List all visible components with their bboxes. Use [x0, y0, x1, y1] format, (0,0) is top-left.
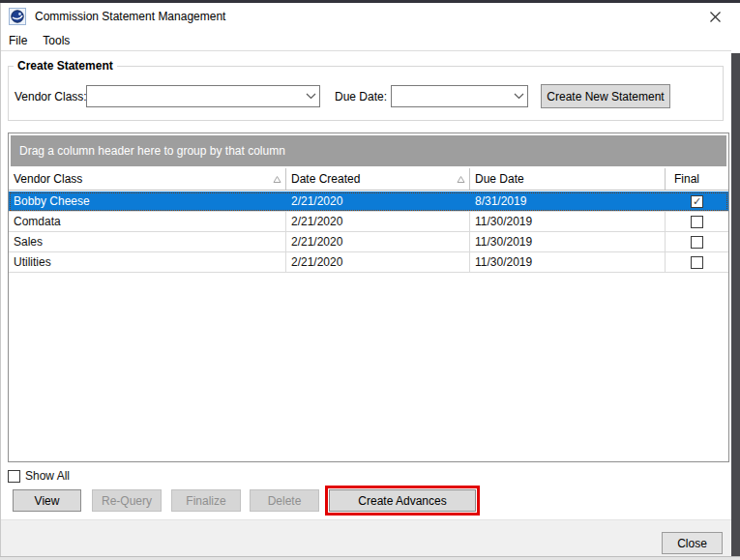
create-advances-button[interactable]: Create Advances [329, 489, 476, 512]
action-buttons: ViewRe-QueryFinalizeDeleteCreate Advance… [0, 489, 731, 513]
finalize-button: Finalize [171, 489, 241, 512]
menu-tools[interactable]: Tools [35, 31, 77, 50]
due-date-label: Due Date: [335, 90, 387, 103]
window-title: Commission Statement Management [35, 10, 225, 23]
chevron-down-icon [510, 93, 527, 100]
table-row[interactable]: Bobby Cheese 2/21/2020 8/31/2019 [9, 192, 728, 212]
vendor-class-label: Vendor Class: [15, 90, 87, 103]
sort-ascending-icon [273, 175, 281, 184]
sort-ascending-icon [457, 175, 465, 184]
cell-due-date[interactable]: 11/30/2019 [470, 232, 666, 251]
delete-button: Delete [250, 489, 319, 512]
column-label: Vendor Class [14, 172, 82, 186]
final-checkbox[interactable] [691, 195, 703, 208]
vendor-class-combobox[interactable] [86, 85, 320, 107]
table-row[interactable]: Sales 2/21/2020 11/30/2019 [9, 232, 728, 252]
show-all-control: Show All [8, 469, 70, 483]
view-button[interactable]: View [13, 489, 81, 512]
group-legend: Create Statement [14, 59, 117, 73]
cell-due-date[interactable]: 8/31/2019 [470, 192, 666, 211]
close-window-button[interactable] [704, 7, 725, 26]
due-date-combobox[interactable] [391, 85, 528, 107]
column-header-due-date[interactable]: Due Date [470, 168, 666, 190]
column-label: Due Date [475, 172, 524, 186]
final-checkbox[interactable] [691, 236, 703, 249]
table-row[interactable]: Utilities 2/21/2020 11/30/2019 [9, 252, 728, 273]
cell-final[interactable] [666, 212, 728, 231]
cell-final[interactable] [666, 232, 728, 251]
table-row[interactable]: Comdata 2/21/2020 11/30/2019 [9, 212, 728, 232]
cell-date-created[interactable]: 2/21/2020 [286, 212, 470, 231]
show-all-checkbox[interactable] [8, 470, 20, 483]
cell-final[interactable] [666, 252, 728, 272]
column-label: Final [674, 172, 699, 186]
show-all-label: Show All [25, 469, 70, 483]
cell-final[interactable] [666, 192, 728, 211]
cell-date-created[interactable]: 2/21/2020 [286, 192, 470, 211]
cell-due-date[interactable]: 11/30/2019 [470, 252, 666, 272]
cell-date-created[interactable]: 2/21/2020 [286, 252, 470, 272]
background-window-bottom [0, 556, 740, 560]
column-header-date-created[interactable]: Date Created [286, 168, 470, 190]
create-statement-group: Create Statement Vendor Class: Due Date:… [8, 66, 724, 121]
cell-vendor-class[interactable]: Sales [9, 232, 286, 251]
cell-vendor-class[interactable]: Bobby Cheese [9, 192, 286, 211]
final-checkbox[interactable] [691, 256, 703, 269]
column-header-final[interactable]: Final [666, 168, 728, 190]
final-checkbox[interactable] [691, 216, 703, 228]
statements-grid: Drag a column header here to group by th… [8, 133, 729, 462]
menu-bar: FileTools [1, 30, 731, 51]
column-label: Date Created [291, 172, 360, 186]
create-new-statement-button[interactable]: Create New Statement [541, 84, 670, 108]
chevron-down-icon [302, 93, 319, 100]
title-bar: Commission Statement Management [1, 3, 731, 30]
commission-statement-dialog: Commission Statement Management FileTool… [0, 0, 740, 560]
close-button[interactable]: Close [662, 532, 723, 554]
column-header-vendor-class[interactable]: Vendor Class [9, 168, 286, 190]
cell-vendor-class[interactable]: Utilities [9, 252, 286, 272]
app-globe-icon [9, 8, 26, 25]
cell-vendor-class[interactable]: Comdata [9, 212, 286, 231]
dialog-footer: Close [1, 519, 731, 556]
menu-file[interactable]: File [1, 31, 35, 50]
background-window-edge [731, 53, 740, 556]
re-query-button: Re-Query [92, 489, 162, 512]
grid-header-row: Vendor Class Date Created Due Date Final [9, 168, 728, 191]
window-left-border [0, 3, 1, 556]
cell-date-created[interactable]: 2/21/2020 [286, 232, 470, 251]
grid-rows: Bobby Cheese 2/21/2020 8/31/2019 Comdata… [9, 192, 728, 461]
cell-due-date[interactable]: 11/30/2019 [470, 212, 666, 231]
group-by-panel[interactable]: Drag a column header here to group by th… [11, 135, 726, 166]
